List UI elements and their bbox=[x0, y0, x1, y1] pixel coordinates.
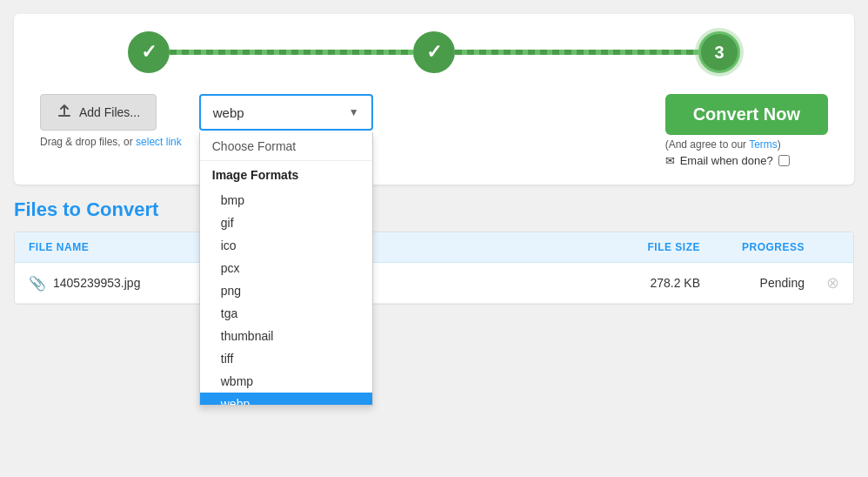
email-label: Email when done? bbox=[680, 154, 773, 167]
format-selected-value: webp bbox=[213, 105, 244, 120]
file-name: 1405239953.jpg bbox=[53, 276, 140, 290]
files-title: Files to Convert bbox=[14, 198, 854, 221]
format-option-png[interactable]: png bbox=[200, 279, 372, 302]
controls-row: Add Files... Drag & drop files, or selec… bbox=[40, 94, 828, 167]
upload-icon bbox=[57, 104, 72, 122]
col-header-progress: PROGRESS bbox=[700, 241, 805, 253]
terms-text: (And agree to our Terms) bbox=[665, 138, 781, 151]
dropdown-arrow-icon: ▼ bbox=[349, 106, 359, 118]
convert-section: Convert Now (And agree to our Terms) ✉ E… bbox=[665, 94, 828, 167]
select-link[interactable]: select link bbox=[136, 136, 182, 148]
file-progress-cell: Pending bbox=[700, 276, 805, 290]
top-panel: ✓ ✓ 3 A bbox=[14, 14, 854, 185]
add-files-button[interactable]: Add Files... bbox=[40, 94, 157, 131]
image-formats-label: Image Formats bbox=[200, 161, 372, 189]
step-line-1 bbox=[170, 50, 413, 55]
main-container: ✓ ✓ 3 A bbox=[0, 0, 868, 477]
step-2-icon: ✓ bbox=[426, 41, 442, 64]
add-files-section: Add Files... Drag & drop files, or selec… bbox=[40, 94, 182, 148]
format-option-pcx[interactable]: pcx bbox=[200, 257, 372, 279]
terms-link[interactable]: Terms bbox=[749, 138, 778, 151]
format-option-wbmp[interactable]: wbmp bbox=[200, 370, 372, 393]
files-section: Files to Convert FILE NAME FILE SIZE PRO… bbox=[14, 198, 854, 305]
email-icon: ✉ bbox=[665, 154, 675, 167]
format-option-tga[interactable]: tga bbox=[200, 302, 372, 325]
table-header: FILE NAME FILE SIZE PROGRESS bbox=[15, 232, 853, 263]
email-checkbox[interactable] bbox=[778, 155, 790, 166]
step-3-label: 3 bbox=[714, 43, 724, 63]
format-dropdown-list: Choose Format Image Formats bmp gif ico … bbox=[199, 132, 373, 406]
convert-now-button[interactable]: Convert Now bbox=[665, 94, 828, 135]
format-option-ico[interactable]: ico bbox=[200, 234, 372, 257]
scrollable-list[interactable]: Image Formats bmp gif ico pcx png tga th… bbox=[200, 161, 372, 405]
step-2: ✓ bbox=[413, 31, 455, 73]
format-option-webp[interactable]: webp bbox=[200, 393, 372, 405]
paperclip-icon: 📎 bbox=[29, 275, 46, 292]
email-row: ✉ Email when done? bbox=[665, 154, 790, 167]
step-1: ✓ bbox=[128, 31, 170, 73]
col-header-filesize: FILE SIZE bbox=[613, 241, 700, 253]
format-option-bmp[interactable]: bmp bbox=[200, 189, 372, 212]
step-3: 3 bbox=[698, 31, 740, 73]
close-circle-icon: ⊗ bbox=[826, 274, 839, 292]
file-remove-button[interactable]: ⊗ bbox=[805, 273, 839, 292]
format-option-tiff[interactable]: tiff bbox=[200, 347, 372, 370]
format-option-gif[interactable]: gif bbox=[200, 212, 372, 234]
file-size-cell: 278.2 KB bbox=[613, 276, 700, 290]
table-row: 📎 1405239953.jpg 278.2 KB Pending ⊗ bbox=[15, 263, 853, 304]
files-title-accent: Convert bbox=[86, 198, 158, 220]
drop-text: Drag & drop files, or select link bbox=[40, 136, 182, 148]
step-1-icon: ✓ bbox=[141, 41, 157, 64]
stepper: ✓ ✓ 3 bbox=[40, 31, 828, 73]
dropdown-header: Choose Format bbox=[200, 132, 372, 161]
step-line-2 bbox=[455, 50, 698, 55]
format-dropdown-wrapper: webp ▼ Choose Format Image Formats bmp g… bbox=[199, 94, 373, 131]
col-header-action bbox=[805, 241, 839, 253]
files-table: FILE NAME FILE SIZE PROGRESS 📎 140523995… bbox=[14, 232, 854, 305]
format-select[interactable]: webp ▼ bbox=[199, 94, 373, 131]
add-files-label: Add Files... bbox=[79, 105, 140, 119]
format-option-thumbnail[interactable]: thumbnail bbox=[200, 325, 372, 347]
